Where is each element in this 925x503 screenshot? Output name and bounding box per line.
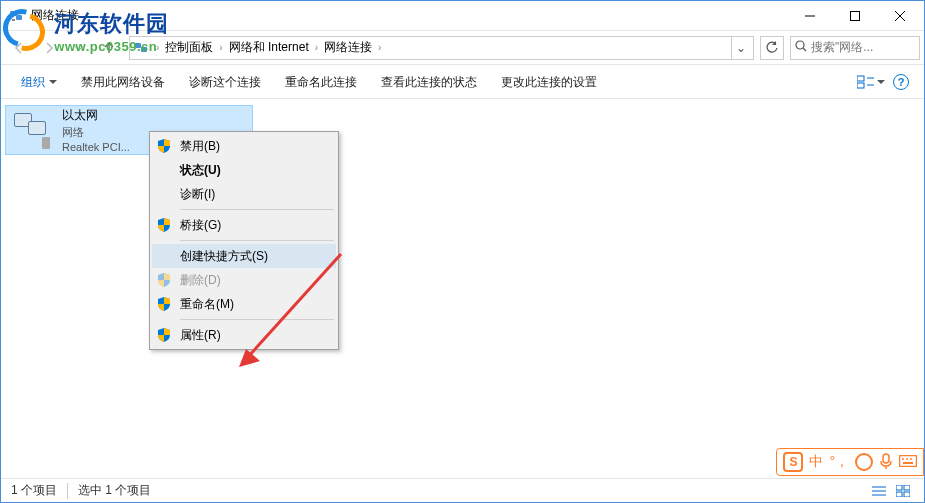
shield-icon [156,217,172,233]
svg-rect-2 [12,19,15,21]
address-bar: › 控制面板 › 网络和 Internet › 网络连接 › ⌄ 搜索"网络..… [1,31,924,65]
status-separator [67,483,68,499]
svg-rect-11 [857,76,864,81]
ctx-rename[interactable]: 重命名(M) [152,292,336,316]
crumb-network-connections[interactable]: 网络连接 [320,39,376,56]
svg-rect-8 [141,47,147,52]
svg-rect-0 [10,11,16,16]
refresh-button[interactable] [760,36,784,60]
shield-icon [156,327,172,343]
search-icon [795,40,807,55]
ctx-disable[interactable]: 禁用(B) [152,134,336,158]
status-bar: 1 个项目 选中 1 个项目 [1,478,924,502]
menu-separator [180,240,334,241]
ime-language[interactable]: 中 [809,453,823,471]
ime-toolbar[interactable]: S 中 °， [776,448,924,476]
svg-rect-28 [896,492,902,497]
crumb-network-internet[interactable]: 网络和 Internet [225,39,313,56]
close-button[interactable] [877,1,922,30]
adapter-name: 以太网 [62,107,130,124]
svg-rect-12 [857,83,864,88]
svg-rect-27 [904,485,910,490]
svg-rect-4 [850,11,859,20]
shield-icon [156,296,172,312]
forward-button[interactable] [35,35,63,61]
ime-emoji-icon[interactable] [855,453,873,471]
status-selected-count: 选中 1 个项目 [78,482,151,499]
window-title: 网络连接 [31,7,787,24]
up-button[interactable] [95,35,123,61]
svg-point-19 [902,458,904,460]
breadcrumb-bar[interactable]: › 控制面板 › 网络和 Internet › 网络连接 › ⌄ [129,36,754,60]
ime-logo-icon[interactable]: S [783,452,803,472]
svg-rect-17 [883,454,889,463]
ctx-status[interactable]: 状态(U) [152,158,336,182]
chevron-right-icon[interactable]: › [313,42,320,53]
svg-point-20 [906,458,908,460]
ime-punct-icon[interactable]: °， [829,453,849,471]
crumb-control-panel[interactable]: 控制面板 [161,39,217,56]
help-button[interactable]: ? [886,68,916,96]
cmd-disable-device[interactable]: 禁用此网络设备 [69,68,177,96]
shield-icon [156,138,172,154]
minimize-button[interactable] [787,1,832,30]
svg-rect-7 [135,43,141,48]
search-placeholder: 搜索"网络... [811,39,873,56]
menu-separator [180,209,334,210]
window-icon [9,8,25,24]
svg-point-21 [910,458,912,460]
view-large-icons-button[interactable] [892,482,914,500]
chevron-right-icon[interactable]: › [217,42,224,53]
ime-keyboard-icon[interactable] [899,454,917,470]
svg-rect-22 [903,462,913,464]
cmd-diagnose[interactable]: 诊断这个连接 [177,68,273,96]
window-titlebar: 网络连接 [1,1,924,31]
ime-mic-icon[interactable] [879,453,893,472]
adapter-device: Realtek PCI... [62,141,130,153]
svg-rect-29 [904,492,910,497]
location-icon [134,40,150,56]
help-icon: ? [893,74,909,90]
ethernet-icon [12,111,54,149]
organize-menu[interactable]: 组织 [9,68,69,96]
command-bar: 组织 禁用此网络设备 诊断这个连接 重命名此连接 查看此连接的状态 更改此连接的… [1,65,924,99]
recent-button[interactable] [65,35,93,61]
cmd-view-status[interactable]: 查看此连接的状态 [369,68,489,96]
svg-point-9 [796,41,804,49]
ctx-properties[interactable]: 属性(R) [152,323,336,347]
svg-line-10 [803,48,806,51]
view-details-button[interactable] [868,482,890,500]
shield-icon [156,272,172,288]
maximize-button[interactable] [832,1,877,30]
back-button[interactable] [5,35,33,61]
chevron-right-icon[interactable]: › [376,42,383,53]
ctx-delete[interactable]: 删除(D) [152,268,336,292]
context-menu: 禁用(B) 状态(U) 诊断(I) 桥接(G) 创建快捷方式(S) 删除(D) … [149,131,339,350]
svg-rect-1 [16,15,22,20]
chevron-right-icon[interactable]: › [154,42,161,53]
ctx-diagnose[interactable]: 诊断(I) [152,182,336,206]
view-options-button[interactable] [856,68,886,96]
cmd-change-settings[interactable]: 更改此连接的设置 [489,68,609,96]
svg-rect-18 [900,456,917,467]
address-dropdown-icon[interactable]: ⌄ [731,37,749,59]
menu-separator [180,319,334,320]
search-input[interactable]: 搜索"网络... [790,36,920,60]
adapter-network: 网络 [62,125,130,140]
cmd-rename[interactable]: 重命名此连接 [273,68,369,96]
status-item-count: 1 个项目 [11,482,57,499]
content-area[interactable]: 以太网 网络 Realtek PCI... [1,101,924,478]
ctx-bridge[interactable]: 桥接(G) [152,213,336,237]
ctx-create-shortcut[interactable]: 创建快捷方式(S) [152,244,336,268]
svg-rect-26 [896,485,902,490]
